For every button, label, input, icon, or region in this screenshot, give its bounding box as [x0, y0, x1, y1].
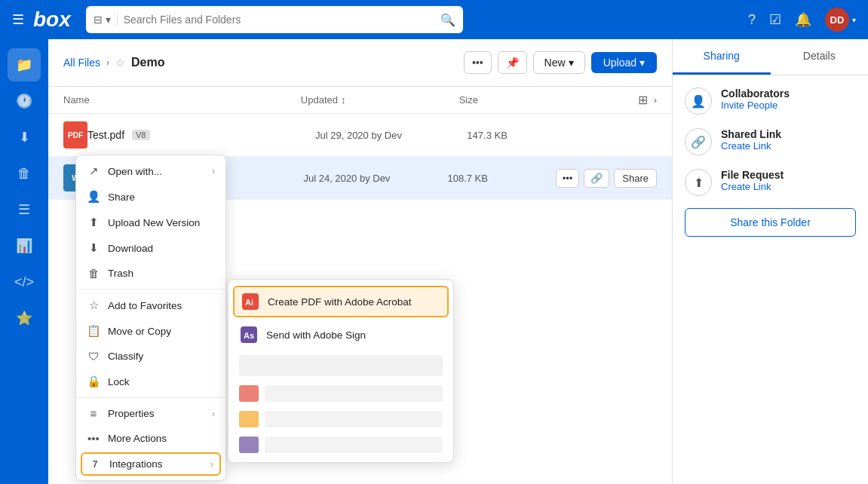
ctx-label-upload-new-version: Upload New Version [108, 217, 215, 228]
file-version-badge: V8 [132, 130, 149, 140]
ctx-item-upload-new-version[interactable]: ⬆ Upload New Version [76, 210, 225, 235]
invite-people-link[interactable]: Invite People [721, 100, 856, 111]
shared-link-title: Shared Link [721, 128, 856, 140]
help-icon[interactable]: ? [748, 12, 756, 28]
main-content: All Files › ☆ Demo ••• 📌 New ▾ Upload ▾ [48, 39, 868, 484]
ctx-label-more-actions: More Actions [108, 433, 215, 444]
col-updated-label[interactable]: Updated [301, 94, 338, 106]
ctx-item-lock[interactable]: 🔒 Lock [76, 369, 225, 394]
upload-caret-icon: ▾ [639, 57, 645, 69]
file-more-button[interactable]: ••• [556, 169, 580, 188]
bell-icon[interactable]: 🔔 [795, 11, 811, 28]
ctx-label-properties: Properties [108, 408, 204, 419]
integrations-count-icon: 7 [88, 459, 102, 470]
file-link-button[interactable]: 🔗 [584, 169, 609, 188]
tab-details[interactable]: Details [771, 39, 869, 75]
file-share-button[interactable]: Share [614, 169, 657, 188]
checklist-icon[interactable]: ☑ [769, 11, 781, 28]
content-wrapper: All Files › ☆ Demo ••• 📌 New ▾ Upload ▾ [48, 39, 868, 484]
more-options-button[interactable]: ••• [464, 51, 492, 74]
share-icon: 👤 [87, 190, 100, 204]
favorites-icon: ☆ [87, 299, 100, 312]
ctx-divider-2 [76, 397, 225, 398]
ctx-item-more-actions[interactable]: ••• More Actions [76, 426, 225, 451]
file-updated: Jul 29, 2020 by Dev [315, 130, 467, 141]
sidebar-item-recents[interactable]: 🕐 [8, 84, 41, 118]
ctx-label-lock: Lock [108, 376, 215, 388]
panel-section-file-request: ⬆ File Request Create Link [685, 169, 856, 196]
svg-text:As: As [244, 331, 254, 340]
upload-button[interactable]: Upload ▾ [591, 52, 657, 73]
ctx-item-integrations[interactable]: 7 Integrations › [81, 452, 221, 476]
search-filter-icon[interactable]: ⊟ ▾ [94, 14, 118, 26]
search-icon[interactable]: 🔍 [440, 13, 455, 27]
ctx-label-integrations: Integrations [109, 458, 203, 470]
breadcrumb-star-icon[interactable]: ☆ [115, 57, 125, 69]
properties-arrow-icon: › [212, 409, 215, 419]
pin-button[interactable]: 📌 [498, 51, 527, 74]
new-button-label: New [544, 57, 566, 69]
file-row-actions: ••• 🔗 Share [556, 169, 657, 188]
breadcrumb-all-files[interactable]: All Files [63, 57, 100, 69]
ctx-item-share[interactable]: 👤 Share [76, 184, 225, 210]
file-size: 147.3 KB [467, 130, 581, 141]
sidebar-item-downloads[interactable]: ⬇ [8, 121, 41, 154]
submenu-label-create-pdf: Create PDF with Adobe Acrobat [268, 296, 412, 308]
sidebar-item-starred[interactable]: ⭐ [8, 302, 41, 335]
collaborators-text: Collaborators Invite People [721, 87, 856, 111]
ctx-item-move-or-copy[interactable]: 📋 Move or Copy [76, 318, 225, 344]
top-navigation: ☰ box ⊟ ▾ 🔍 ? ☑ 🔔 DD ▾ [0, 0, 868, 39]
move-copy-icon: 📋 [87, 324, 100, 338]
ctx-item-open-with[interactable]: ↗ Open with... › [76, 158, 225, 184]
sidebar-item-tasks[interactable]: ☰ [8, 193, 41, 226]
submenu-blurred-row-1 [239, 355, 443, 376]
submenu-blurred-row-4 [265, 437, 443, 453]
properties-icon: ≡ [87, 407, 100, 420]
panel-section-shared-link: 🔗 Shared Link Create Link [685, 128, 856, 155]
sidebar: 📁 🕐 ⬇ 🗑 ☰ 📊 </> ⭐ [0, 39, 48, 484]
submenu-item-send-sign[interactable]: As Send with Adobe Sign [229, 319, 453, 351]
file-row[interactable]: PDF Test.pdf V8 Jul 29, 2020 by Dev 147.… [48, 114, 672, 157]
new-button[interactable]: New ▾ [533, 51, 585, 74]
col-name-label: Name [63, 94, 90, 106]
menu-hamburger-icon[interactable]: ☰ [12, 11, 24, 28]
grid-view-icon[interactable]: ⊞ [638, 93, 648, 107]
search-input[interactable] [124, 14, 434, 26]
ctx-item-download[interactable]: ⬇ Download [76, 235, 225, 261]
new-caret-icon: ▾ [569, 57, 574, 69]
file-request-create-link[interactable]: Create Link [721, 181, 856, 192]
user-avatar-wrapper[interactable]: DD ▾ [825, 8, 856, 32]
ctx-item-classify[interactable]: 🛡 Classify [76, 344, 225, 369]
sidebar-item-code[interactable]: </> [8, 265, 41, 299]
user-avatar: DD [825, 8, 849, 32]
sidebar-item-analytics[interactable]: 📊 [8, 229, 41, 262]
box-logo: box [33, 8, 71, 32]
col-updated-sort-icon: ↕ [341, 94, 346, 106]
context-menu: ↗ Open with... › 👤 Share ⬆ Upload New Ve… [75, 155, 226, 481]
file-request-title: File Request [721, 169, 856, 181]
adobe-sign-icon: As [239, 325, 259, 345]
sidebar-item-files[interactable]: 📁 [8, 48, 41, 81]
tab-sharing[interactable]: Sharing [673, 39, 771, 75]
ctx-label-open-with: Open with... [108, 166, 204, 177]
shared-link-text: Shared Link Create Link [721, 128, 856, 152]
ctx-item-properties[interactable]: ≡ Properties › [76, 401, 225, 426]
acrobat-icon: Ai [241, 292, 260, 311]
sidebar-item-trash[interactable]: 🗑 [8, 157, 41, 190]
file-browser: All Files › ☆ Demo ••• 📌 New ▾ Upload ▾ [48, 39, 672, 484]
ctx-label-move-or-copy: Move or Copy [108, 326, 215, 337]
upload-button-label: Upload [603, 57, 636, 69]
submenu-label-send-sign: Send with Adobe Sign [266, 329, 366, 341]
ctx-item-trash[interactable]: 🗑 Trash [76, 261, 225, 286]
file-request-text: File Request Create Link [721, 169, 856, 192]
svg-text:Ai: Ai [245, 298, 253, 307]
expand-icon[interactable]: › [654, 94, 657, 106]
create-link-link[interactable]: Create Link [721, 140, 856, 152]
submenu-item-create-pdf[interactable]: Ai Create PDF with Adobe Acrobat [233, 286, 449, 317]
breadcrumb-actions: ••• 📌 New ▾ Upload ▾ [464, 51, 657, 74]
file-request-icon: ⬆ [685, 169, 712, 196]
share-folder-button[interactable]: Share this Folder [685, 208, 856, 237]
upload-icon: ⬆ [87, 216, 100, 229]
integrations-submenu: Ai Create PDF with Adobe Acrobat As S [228, 279, 454, 463]
ctx-item-add-to-favorites[interactable]: ☆ Add to Favorites [76, 293, 225, 318]
